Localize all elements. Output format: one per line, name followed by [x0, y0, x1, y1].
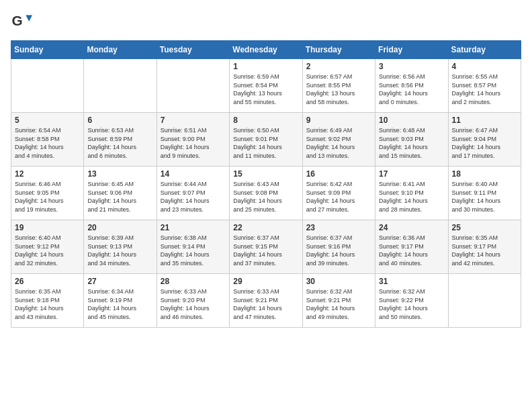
calendar-table: SundayMondayTuesdayWednesdayThursdayFrid…: [11, 40, 521, 328]
calendar-cell: 25Sunrise: 6:35 AM Sunset: 9:17 PM Dayli…: [448, 220, 521, 274]
day-number: 24: [379, 223, 444, 232]
calendar-cell: 12Sunrise: 6:46 AM Sunset: 9:05 PM Dayli…: [11, 167, 84, 220]
day-number: 5: [15, 116, 80, 125]
calendar-cell: 3Sunrise: 6:56 AM Sunset: 8:56 PM Daylig…: [375, 59, 448, 113]
day-info: Sunrise: 6:46 AM Sunset: 9:05 PM Dayligh…: [15, 180, 80, 214]
page-header: G: [11, 11, 521, 32]
day-number: 19: [15, 223, 80, 232]
day-info: Sunrise: 6:51 AM Sunset: 9:00 PM Dayligh…: [161, 126, 226, 160]
calendar-cell: 15Sunrise: 6:43 AM Sunset: 9:08 PM Dayli…: [230, 167, 302, 220]
calendar-cell: 24Sunrise: 6:36 AM Sunset: 9:17 PM Dayli…: [375, 220, 448, 274]
day-info: Sunrise: 6:59 AM Sunset: 8:54 PM Dayligh…: [233, 73, 298, 106]
day-number: 30: [306, 277, 371, 286]
day-info: Sunrise: 6:42 AM Sunset: 9:09 PM Dayligh…: [306, 180, 371, 214]
calendar-week-3: 12Sunrise: 6:46 AM Sunset: 9:05 PM Dayli…: [11, 167, 521, 220]
svg-text:G: G: [12, 13, 23, 28]
calendar-week-4: 19Sunrise: 6:40 AM Sunset: 9:12 PM Dayli…: [11, 220, 521, 274]
day-number: 22: [233, 223, 298, 232]
weekday-header-friday: Friday: [375, 41, 448, 59]
day-info: Sunrise: 6:54 AM Sunset: 8:58 PM Dayligh…: [15, 126, 80, 160]
day-info: Sunrise: 6:33 AM Sunset: 9:20 PM Dayligh…: [161, 287, 226, 321]
day-info: Sunrise: 6:37 AM Sunset: 9:16 PM Dayligh…: [306, 234, 371, 267]
calendar-cell: 31Sunrise: 6:32 AM Sunset: 9:22 PM Dayli…: [375, 274, 448, 328]
day-number: 13: [87, 169, 152, 179]
calendar-cell: [157, 59, 229, 113]
calendar-cell: 6Sunrise: 6:53 AM Sunset: 8:59 PM Daylig…: [84, 113, 157, 167]
calendar-body: 1Sunrise: 6:59 AM Sunset: 8:54 PM Daylig…: [11, 59, 521, 328]
calendar-cell: 16Sunrise: 6:42 AM Sunset: 9:09 PM Dayli…: [302, 167, 375, 220]
day-info: Sunrise: 6:43 AM Sunset: 9:08 PM Dayligh…: [233, 180, 298, 214]
day-number: 8: [233, 116, 298, 125]
day-info: Sunrise: 6:40 AM Sunset: 9:12 PM Dayligh…: [15, 234, 80, 267]
calendar-cell: 4Sunrise: 6:55 AM Sunset: 8:57 PM Daylig…: [448, 59, 521, 113]
weekday-header-thursday: Thursday: [302, 41, 375, 59]
logo: G: [11, 11, 35, 32]
day-info: Sunrise: 6:32 AM Sunset: 9:22 PM Dayligh…: [379, 287, 444, 321]
day-info: Sunrise: 6:44 AM Sunset: 9:07 PM Dayligh…: [161, 180, 226, 214]
calendar-week-1: 1Sunrise: 6:59 AM Sunset: 8:54 PM Daylig…: [11, 59, 521, 113]
day-info: Sunrise: 6:37 AM Sunset: 9:15 PM Dayligh…: [233, 234, 298, 267]
day-number: 7: [161, 116, 226, 125]
day-info: Sunrise: 6:47 AM Sunset: 9:04 PM Dayligh…: [452, 126, 517, 160]
calendar-cell: 7Sunrise: 6:51 AM Sunset: 9:00 PM Daylig…: [157, 113, 229, 167]
calendar-cell: 14Sunrise: 6:44 AM Sunset: 9:07 PM Dayli…: [157, 167, 229, 220]
calendar-cell: 1Sunrise: 6:59 AM Sunset: 8:54 PM Daylig…: [230, 59, 302, 113]
day-info: Sunrise: 6:50 AM Sunset: 9:01 PM Dayligh…: [233, 126, 298, 160]
day-number: 25: [452, 223, 517, 232]
day-number: 26: [15, 277, 80, 286]
calendar-cell: 13Sunrise: 6:45 AM Sunset: 9:06 PM Dayli…: [84, 167, 157, 220]
day-info: Sunrise: 6:36 AM Sunset: 9:17 PM Dayligh…: [379, 234, 444, 267]
weekday-header-saturday: Saturday: [448, 41, 521, 59]
calendar-cell: 22Sunrise: 6:37 AM Sunset: 9:15 PM Dayli…: [230, 220, 302, 274]
day-number: 3: [379, 62, 444, 71]
day-info: Sunrise: 6:57 AM Sunset: 8:55 PM Dayligh…: [306, 73, 371, 106]
day-info: Sunrise: 6:40 AM Sunset: 9:11 PM Dayligh…: [452, 180, 517, 214]
day-number: 28: [161, 277, 226, 286]
day-info: Sunrise: 6:45 AM Sunset: 9:06 PM Dayligh…: [87, 180, 152, 214]
calendar-cell: [84, 59, 157, 113]
day-info: Sunrise: 6:56 AM Sunset: 8:56 PM Dayligh…: [379, 73, 444, 106]
calendar-cell: 17Sunrise: 6:41 AM Sunset: 9:10 PM Dayli…: [375, 167, 448, 220]
calendar-cell: 5Sunrise: 6:54 AM Sunset: 8:58 PM Daylig…: [11, 113, 84, 167]
day-number: 16: [306, 169, 371, 179]
day-number: 15: [233, 169, 298, 179]
calendar-week-5: 26Sunrise: 6:35 AM Sunset: 9:18 PM Dayli…: [11, 274, 521, 328]
day-number: 23: [306, 223, 371, 232]
calendar-cell: 20Sunrise: 6:39 AM Sunset: 9:13 PM Dayli…: [84, 220, 157, 274]
logo-icon: G: [11, 11, 32, 32]
calendar-cell: 18Sunrise: 6:40 AM Sunset: 9:11 PM Dayli…: [448, 167, 521, 220]
calendar-cell: 9Sunrise: 6:49 AM Sunset: 9:02 PM Daylig…: [302, 113, 375, 167]
day-number: 4: [452, 62, 517, 71]
weekday-header-tuesday: Tuesday: [157, 41, 229, 59]
calendar-cell: 28Sunrise: 6:33 AM Sunset: 9:20 PM Dayli…: [157, 274, 229, 328]
day-number: 27: [87, 277, 152, 286]
calendar-cell: 21Sunrise: 6:38 AM Sunset: 9:14 PM Dayli…: [157, 220, 229, 274]
calendar-cell: 2Sunrise: 6:57 AM Sunset: 8:55 PM Daylig…: [302, 59, 375, 113]
day-number: 11: [452, 116, 517, 125]
day-info: Sunrise: 6:41 AM Sunset: 9:10 PM Dayligh…: [379, 180, 444, 214]
calendar-cell: 8Sunrise: 6:50 AM Sunset: 9:01 PM Daylig…: [230, 113, 302, 167]
day-number: 29: [233, 277, 298, 286]
day-number: 20: [87, 223, 152, 232]
day-info: Sunrise: 6:35 AM Sunset: 9:17 PM Dayligh…: [452, 234, 517, 267]
day-info: Sunrise: 6:32 AM Sunset: 9:21 PM Dayligh…: [306, 287, 371, 321]
day-number: 21: [161, 223, 226, 232]
calendar-header: SundayMondayTuesdayWednesdayThursdayFrid…: [11, 41, 521, 59]
day-info: Sunrise: 6:55 AM Sunset: 8:57 PM Dayligh…: [452, 73, 517, 106]
day-number: 10: [379, 116, 444, 125]
day-number: 12: [15, 169, 80, 179]
calendar-cell: [11, 59, 84, 113]
weekday-header-sunday: Sunday: [11, 41, 84, 59]
calendar-cell: 30Sunrise: 6:32 AM Sunset: 9:21 PM Dayli…: [302, 274, 375, 328]
calendar-cell: 27Sunrise: 6:34 AM Sunset: 9:19 PM Dayli…: [84, 274, 157, 328]
day-info: Sunrise: 6:38 AM Sunset: 9:14 PM Dayligh…: [161, 234, 226, 267]
day-number: 6: [87, 116, 152, 125]
weekday-row: SundayMondayTuesdayWednesdayThursdayFrid…: [11, 41, 521, 59]
day-info: Sunrise: 6:49 AM Sunset: 9:02 PM Dayligh…: [306, 126, 371, 160]
day-number: 9: [306, 116, 371, 125]
day-number: 31: [379, 277, 444, 286]
weekday-header-wednesday: Wednesday: [230, 41, 302, 59]
day-number: 18: [452, 169, 517, 179]
day-number: 1: [233, 62, 298, 71]
calendar-cell: [448, 274, 521, 328]
